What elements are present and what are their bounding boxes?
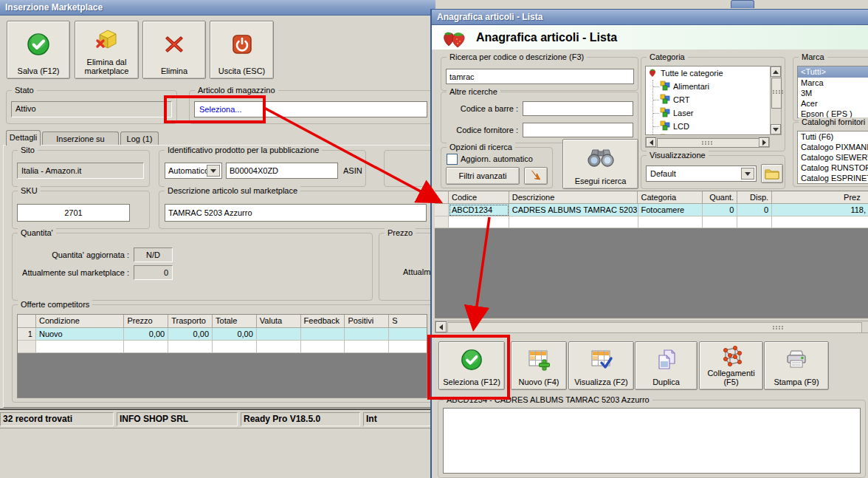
elimina-button[interactable]: Elimina [142, 21, 206, 79]
cataloghi-item[interactable]: Catalog ESPRINET S [798, 173, 868, 183]
tab-dettagli[interactable]: Dettagli [6, 130, 41, 146]
row-selector-cell[interactable] [435, 204, 449, 216]
articoli-table[interactable]: Codice Descrizione Categoria Quant. Disp… [435, 191, 868, 318]
visualizza-button[interactable]: Visualizza (F2) [568, 341, 634, 390]
articoli-row-empty[interactable] [435, 216, 868, 228]
visualizzazione-combobox[interactable]: Default [646, 165, 757, 182]
categoria-cell[interactable]: Fotocamere [638, 204, 703, 216]
codice-fornitore-input[interactable] [523, 123, 633, 137]
categoria-groupbox: Categoria Tutte le categorie Alimentari … [641, 57, 785, 151]
categoria-vscrollbar[interactable] [770, 66, 782, 135]
scroll-right-button[interactable] [759, 137, 769, 147]
hscroll-thumb[interactable] [657, 138, 760, 148]
offerte-col-positivi[interactable]: Positivi [345, 315, 389, 328]
tab-log[interactable]: Log (1) [120, 132, 159, 146]
descrizione-cell[interactable]: CADRES ALBUMS TAMRAC 5203 Azzurro [509, 204, 638, 216]
marca-item[interactable]: Marca [798, 78, 868, 88]
articolo-field[interactable]: Seleziona... [194, 101, 427, 117]
sku-input[interactable] [17, 204, 130, 222]
stato-label: Stato [12, 86, 37, 95]
prezzo-cell[interactable]: 118, [772, 204, 868, 216]
scroll-down-button[interactable] [771, 124, 781, 134]
articoli-col-codice[interactable]: Codice [449, 191, 509, 204]
visualizza-label: Visualizza (F2) [574, 378, 628, 386]
quant-cell[interactable]: 0 [703, 204, 737, 216]
chevron-down-icon[interactable] [207, 165, 220, 177]
sku-groupbox: SKU [12, 191, 150, 229]
articoli-col-disp[interactable]: Disp. [737, 191, 772, 204]
filtri-avanzati-button[interactable]: Filtri avanzati [446, 167, 520, 185]
cataloghi-item[interactable]: Catalogo PIXMANIA [798, 142, 868, 152]
filtri-arrow-button[interactable] [524, 167, 548, 185]
opzioni-ricerca-label: Opzioni di ricerca [447, 143, 515, 151]
cataloghi-item[interactable]: Catalog RUNSTORE [798, 163, 868, 173]
salva-button[interactable]: Salva (F12) [7, 21, 70, 79]
descrizione-input[interactable] [165, 204, 427, 222]
stampa-button[interactable]: Stampa (F9) [764, 341, 829, 390]
seleziona-label: Seleziona (F12) [443, 378, 500, 386]
offerte-col-valuta[interactable]: Valuta [257, 315, 301, 328]
seleziona-button[interactable]: Seleziona (F12) [438, 341, 505, 390]
left-window-titlebar[interactable]: Inserzione Marketplace [0, 0, 435, 16]
offerte-col-s[interactable]: S [389, 315, 427, 328]
disp-cell[interactable]: 0 [737, 204, 772, 216]
seleziona-link[interactable]: Seleziona... [199, 105, 241, 114]
articoli-row-selected[interactable]: ABCD1234 CADRES ALBUMS TAMRAC 5203 Azzur… [435, 204, 868, 216]
tree-item-root[interactable]: Tutte le categorie [646, 66, 770, 80]
asin-input[interactable] [226, 163, 338, 179]
esegui-ricerca-button[interactable]: Esegui ricerca [562, 139, 638, 189]
offerte-row-empty[interactable] [18, 341, 427, 353]
articoli-col-prezzo[interactable]: Prez [772, 191, 868, 204]
tree-item-crt[interactable]: CRT [653, 93, 770, 106]
offerte-col-totale[interactable]: Totale [213, 315, 257, 328]
tree-item-label: LCD [673, 122, 689, 131]
folder-button[interactable] [761, 164, 783, 183]
right-window-title: Anagrafica articoli - Lista [437, 12, 542, 22]
marca-item[interactable]: 3M [798, 88, 868, 98]
codice-cell[interactable]: ABCD1234 [449, 204, 509, 216]
offerte-table[interactable]: Condizione Prezzo Trasporto Totale Valut… [17, 314, 427, 398]
identificativo-mode-combobox[interactable]: Automatico [165, 163, 222, 179]
categoria-hscrollbar[interactable] [645, 137, 770, 148]
chevron-down-icon[interactable] [741, 168, 754, 180]
tree-item-lcd[interactable]: LCD [653, 120, 770, 133]
articoli-col-descrizione[interactable]: Descrizione [509, 191, 638, 204]
scroll-up-button[interactable] [771, 66, 781, 77]
cataloghi-item[interactable]: Tutti (F6) [798, 132, 868, 142]
hscroll-thumb[interactable] [447, 322, 862, 333]
offerte-col-trasporto[interactable]: Trasporto [168, 315, 213, 328]
duplica-button[interactable]: Duplica [635, 341, 698, 390]
marca-list[interactable]: <Tutti> Marca 3M Acer Epson ( EPS ) [797, 66, 868, 118]
cataloghi-item[interactable]: Catalogo SIEWERT [798, 152, 868, 163]
aggiorn-automatico-checkbox[interactable] [447, 154, 458, 165]
uscita-button[interactable]: Uscita (ESC) [210, 21, 274, 79]
right-window-titlebar[interactable]: Anagrafica articoli - Lista [432, 10, 868, 25]
nuovo-button[interactable]: Nuovo (F4) [511, 341, 567, 390]
search-input[interactable] [446, 69, 634, 84]
offerte-row-1[interactable]: 1 Nuovo 0,00 0,00 0,00 [18, 328, 427, 341]
offerte-col-prezzo[interactable]: Prezzo [124, 315, 168, 328]
offerte-col-condizione[interactable]: Condizione [36, 315, 125, 328]
scroll-left-button[interactable] [435, 321, 447, 332]
scroll-left-button[interactable] [646, 137, 656, 147]
tree-item-cartucce[interactable]: Cartucce inkjet [653, 133, 770, 135]
vscroll-thumb[interactable] [771, 78, 782, 109]
marca-item-tutti[interactable]: <Tutti> [798, 66, 868, 78]
articoli-col-selector [435, 191, 449, 204]
offerte-prezzo-cell: 0,00 [124, 328, 168, 341]
collegamenti-button[interactable]: Collegamenti (F5) [699, 341, 763, 390]
elimina-dal-marketplace-button[interactable]: Elimina dal marketplace [75, 21, 139, 79]
new-record-icon [512, 342, 566, 378]
codice-barre-input[interactable] [523, 101, 633, 116]
categoria-tree[interactable]: Tutte le categorie Alimentari CRT Laser [645, 66, 771, 135]
tree-item-alimentari[interactable]: Alimentari [653, 80, 770, 93]
tab-inserzione-amazon[interactable]: Inserzione su Amazon [42, 132, 119, 146]
tree-item-laser[interactable]: Laser [653, 106, 770, 120]
offerte-col-feedback[interactable]: Feedback [301, 315, 345, 328]
articoli-col-quant[interactable]: Quant. [703, 191, 737, 204]
marca-item[interactable]: Acer [798, 98, 868, 109]
articoli-hscrollbar[interactable] [435, 321, 868, 333]
offerte-label: Offerte competitors [18, 300, 92, 309]
cataloghi-list[interactable]: Tutti (F6) Catalogo PIXMANIA Catalogo SI… [797, 131, 868, 184]
articoli-col-categoria[interactable]: Categoria [638, 191, 703, 204]
